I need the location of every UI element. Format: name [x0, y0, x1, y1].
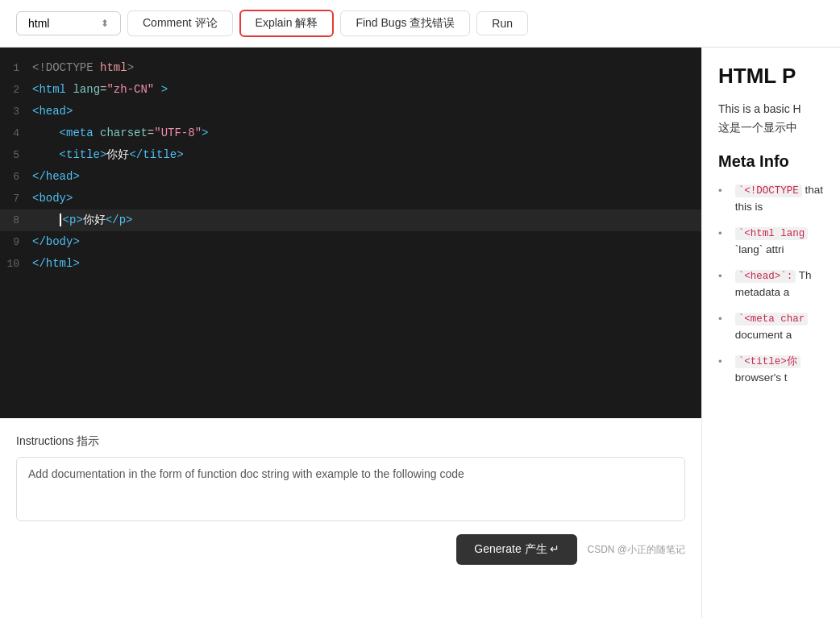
list-item-3: `<head>`: Th metadata a	[718, 268, 824, 301]
bullet-list: `<!DOCTYPE that this is `<html lang `lan…	[718, 182, 824, 386]
right-panel: HTML P This is a basic H这是一个显示中 Meta Inf…	[701, 48, 840, 618]
right-panel-title: HTML P	[718, 64, 824, 89]
code-editor[interactable]: 1 <!DOCTYPE html> 2 <html lang="zh-CN" >…	[0, 48, 701, 418]
code-line-3: 3 <head>	[0, 101, 701, 122]
run-button[interactable]: Run	[476, 11, 528, 35]
watermark-text: CSDN @小正的随笔记	[587, 543, 685, 557]
list-item-4: `<meta char document a	[718, 310, 824, 343]
instructions-label: Instructions 指示	[16, 434, 685, 449]
instructions-input[interactable]: Add documentation in the form of functio…	[16, 457, 685, 521]
generate-bar: Generate 产生 ↵ CSDN @小正的随笔记	[0, 525, 701, 574]
lang-select-label: html	[28, 17, 49, 30]
findbugs-button[interactable]: Find Bugs 查找错误	[340, 10, 470, 36]
code-line-7: 7 <body>	[0, 188, 701, 209]
explain-button[interactable]: Explain 解释	[239, 10, 335, 37]
code-line-4: 4 <meta charset="UTF-8">	[0, 122, 701, 144]
code-line-9: 9 </body>	[0, 231, 701, 253]
code-line-8: 8 <p>你好</p>	[0, 209, 701, 231]
code-line-1: 1 <!DOCTYPE html>	[0, 57, 701, 79]
toolbar: html ⬍ Comment 评论 Explain 解释 Find Bugs 查…	[0, 0, 840, 48]
list-item-2: `<html lang `lang` attri	[718, 225, 824, 258]
code-line-10: 10 </html>	[0, 253, 701, 275]
list-item-1: `<!DOCTYPE that this is	[718, 182, 824, 215]
code-line-2: 2 <html lang="zh-CN" >	[0, 79, 701, 101]
left-panel: 1 <!DOCTYPE html> 2 <html lang="zh-CN" >…	[0, 48, 701, 618]
code-line-6: 6 </head>	[0, 166, 701, 188]
chevron-down-icon: ⬍	[101, 18, 109, 29]
intro-text: This is a basic H这是一个显示中	[718, 100, 824, 136]
instructions-area: Instructions 指示 Add documentation in the…	[0, 418, 701, 525]
comment-button[interactable]: Comment 评论	[127, 10, 233, 36]
generate-label: Generate 产生 ↵	[474, 542, 559, 557]
main-content: 1 <!DOCTYPE html> 2 <html lang="zh-CN" >…	[0, 48, 840, 618]
language-select[interactable]: html ⬍	[16, 11, 121, 35]
list-item-5: `<title>你 browser's t	[718, 353, 824, 386]
meta-info-title: Meta Info	[718, 152, 824, 171]
generate-button[interactable]: Generate 产生 ↵	[456, 534, 577, 565]
code-lines: 1 <!DOCTYPE html> 2 <html lang="zh-CN" >…	[0, 48, 701, 284]
code-line-5: 5 <title>你好</title>	[0, 144, 701, 166]
